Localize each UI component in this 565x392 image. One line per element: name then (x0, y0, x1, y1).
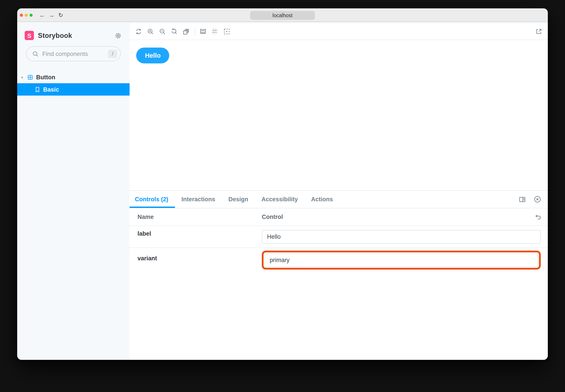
slash-shortcut-key: / (108, 50, 117, 58)
sidebar: S Storybook (17, 22, 130, 360)
reset-controls-icon[interactable] (535, 213, 542, 221)
tab-interactions[interactable]: Interactions (175, 191, 222, 208)
label-control-input[interactable] (262, 230, 541, 244)
outline-icon[interactable] (223, 28, 230, 35)
highlight-ring (262, 251, 541, 269)
controls-table-header: Name Control (130, 208, 548, 226)
sidebar-item-button[interactable]: ▾ Button (17, 71, 130, 83)
control-name: variant (130, 255, 262, 262)
settings-gear-icon[interactable] (115, 32, 122, 39)
open-external-icon[interactable] (536, 28, 542, 35)
app-content: S Storybook (17, 22, 548, 360)
forward-icon[interactable]: → (48, 12, 55, 18)
remount-icon[interactable] (135, 28, 142, 35)
caret-down-icon[interactable]: ▾ (21, 75, 26, 80)
storybook-logo-icon: S (25, 31, 34, 40)
address-bar[interactable]: localhost (250, 11, 315, 20)
tab-actions[interactable]: Actions (304, 191, 340, 208)
header-name: Name (130, 214, 262, 220)
minimize-window-button[interactable] (25, 14, 28, 16)
tab-accessibility[interactable]: Accessibility (255, 191, 304, 208)
canvas-toolbar (130, 23, 548, 40)
story-bookmark-icon (35, 86, 40, 92)
component-icon (27, 74, 33, 80)
story-canvas: Hello (130, 40, 548, 190)
tab-design[interactable]: Design (222, 191, 255, 208)
traffic-lights (20, 14, 33, 16)
brand-title: Storybook (38, 31, 72, 39)
browser-titlebar: ← → ↻ localhost (17, 8, 548, 22)
search-icon (32, 50, 39, 57)
control-row-label: label (130, 226, 548, 248)
variant-control-input[interactable] (264, 253, 538, 267)
zoom-out-icon[interactable] (159, 28, 166, 35)
back-icon[interactable]: ← (39, 12, 45, 18)
search-box: / (26, 46, 121, 61)
grid-icon[interactable] (212, 28, 218, 35)
backgrounds-icon[interactable] (183, 28, 189, 35)
preview-hello-button[interactable]: Hello (136, 48, 170, 63)
measure-icon[interactable] (200, 28, 206, 35)
maximize-window-button[interactable] (29, 14, 33, 16)
reload-icon[interactable]: ↻ (58, 12, 64, 18)
toolbar-divider (195, 28, 195, 35)
header-control: Control (262, 214, 535, 220)
component-label: Button (36, 74, 55, 81)
control-row-variant: variant (130, 248, 548, 272)
search-input[interactable] (42, 50, 108, 57)
addons-panel: Controls (2) Interactions Design Accessi… (130, 190, 548, 360)
browser-nav: ← → ↻ (39, 12, 64, 18)
browser-window: ← → ↻ localhost S Storybook (17, 8, 548, 360)
close-window-button[interactable] (20, 14, 23, 16)
stories-tree: ▾ Button (17, 71, 130, 96)
preview-card: Hello Controls (2) Interactions Design A… (130, 23, 548, 360)
brand-row: S Storybook (17, 22, 130, 40)
addons-tabbar: Controls (2) Interactions Design Accessi… (130, 191, 548, 208)
preview-area: Hello Controls (2) Interactions Design A… (130, 22, 548, 360)
zoom-reset-icon[interactable] (171, 28, 178, 35)
close-panel-icon[interactable] (534, 196, 541, 203)
control-name: label (130, 230, 262, 238)
story-label: Basic (43, 86, 59, 93)
zoom-in-icon[interactable] (147, 28, 154, 35)
sidebar-item-basic[interactable]: Basic (17, 83, 130, 96)
panel-position-icon[interactable] (519, 196, 526, 203)
tab-controls[interactable]: Controls (2) (130, 191, 175, 208)
